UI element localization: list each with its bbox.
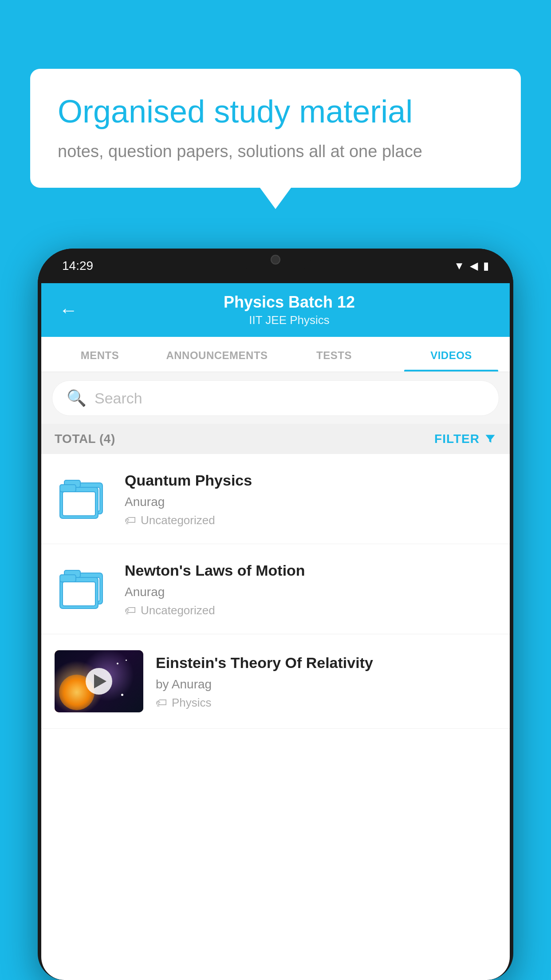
status-bar: 14:29 ▼ ◀ ▮ (38, 249, 513, 283)
total-count-label: TOTAL (4) (55, 432, 115, 446)
header-title-block: Physics Batch 12 IIT JEE Physics (87, 293, 492, 327)
video-tag: 🏷 Uncategorized (125, 604, 496, 617)
star-2 (126, 660, 127, 661)
phone-camera (271, 255, 280, 265)
signal-icon: ◀ (470, 260, 478, 272)
phone-screen: ← Physics Batch 12 IIT JEE Physics MENTS… (41, 283, 510, 980)
svg-rect-10 (60, 575, 76, 582)
filter-button[interactable]: FILTER (434, 432, 496, 446)
svg-rect-11 (63, 582, 95, 606)
list-item[interactable]: Newton's Laws of Motion Anurag 🏷 Uncateg… (41, 544, 510, 634)
folder-thumbnail (55, 470, 112, 528)
folder-thumbnail (55, 560, 112, 618)
header-subtitle: IIT JEE Physics (87, 313, 492, 327)
filter-row: TOTAL (4) FILTER (41, 424, 510, 454)
status-time: 14:29 (62, 259, 93, 273)
speech-bubble: Organised study material notes, question… (30, 69, 521, 188)
video-title: Einstein's Theory Of Relativity (156, 653, 496, 672)
header-main-title: Physics Batch 12 (87, 293, 492, 312)
video-info: Einstein's Theory Of Relativity by Anura… (156, 653, 496, 709)
search-input-placeholder[interactable]: Search (94, 390, 142, 407)
tab-ments[interactable]: MENTS (41, 337, 158, 371)
status-icons: ▼ ◀ ▮ (454, 260, 489, 272)
star-1 (117, 663, 118, 664)
video-tag: 🏷 Uncategorized (125, 514, 496, 527)
video-tag: 🏷 Physics (156, 696, 496, 710)
play-triangle-icon (94, 674, 106, 688)
tag-icon: 🏷 (125, 604, 136, 617)
folder-front-icon (59, 481, 103, 521)
list-item[interactable]: Einstein's Theory Of Relativity by Anura… (41, 634, 510, 729)
svg-rect-5 (63, 492, 95, 516)
filter-label: FILTER (434, 432, 480, 446)
video-info: Newton's Laws of Motion Anurag 🏷 Uncateg… (125, 561, 496, 617)
back-button[interactable]: ← (59, 300, 78, 321)
tab-tests[interactable]: TESTS (276, 337, 393, 371)
video-info: Quantum Physics Anurag 🏷 Uncategorized (125, 470, 496, 527)
svg-rect-4 (60, 485, 76, 492)
list-item[interactable]: Quantum Physics Anurag 🏷 Uncategorized (41, 454, 510, 544)
video-list: Quantum Physics Anurag 🏷 Uncategorized (41, 454, 510, 729)
video-title: Newton's Laws of Motion (125, 561, 496, 580)
tag-icon: 🏷 (156, 696, 167, 710)
tag-label: Uncategorized (141, 514, 215, 527)
play-button[interactable] (86, 668, 112, 695)
video-author: Anurag (125, 585, 496, 599)
app-header: ← Physics Batch 12 IIT JEE Physics (41, 283, 510, 337)
tab-videos[interactable]: VIDEOS (393, 337, 510, 371)
filter-icon (484, 433, 496, 445)
video-author: by Anurag (156, 677, 496, 692)
star-3 (121, 694, 123, 696)
tag-label: Uncategorized (141, 604, 215, 617)
bubble-subtitle: notes, question papers, solutions all at… (58, 140, 493, 163)
speech-bubble-container: Organised study material notes, question… (30, 69, 521, 188)
bubble-title: Organised study material (58, 93, 493, 130)
video-author: Anurag (125, 495, 496, 509)
video-title: Quantum Physics (125, 470, 496, 490)
tag-label: Physics (172, 696, 212, 710)
search-bar-container: 🔍 Search (41, 372, 510, 424)
tab-announcements[interactable]: ANNOUNCEMENTS (158, 337, 276, 371)
search-bar[interactable]: 🔍 Search (52, 380, 499, 416)
search-icon: 🔍 (67, 389, 87, 407)
wifi-icon: ▼ (454, 260, 464, 272)
phone-notch (240, 249, 311, 271)
battery-icon: ▮ (483, 260, 489, 272)
tab-bar: MENTS ANNOUNCEMENTS TESTS VIDEOS (41, 337, 510, 372)
phone-frame: 14:29 ▼ ◀ ▮ ← Physics Batch 12 IIT JEE P… (38, 249, 513, 980)
folder-front-icon-2 (59, 571, 103, 611)
tag-icon: 🏷 (125, 514, 136, 527)
video-thumbnail (55, 650, 143, 712)
